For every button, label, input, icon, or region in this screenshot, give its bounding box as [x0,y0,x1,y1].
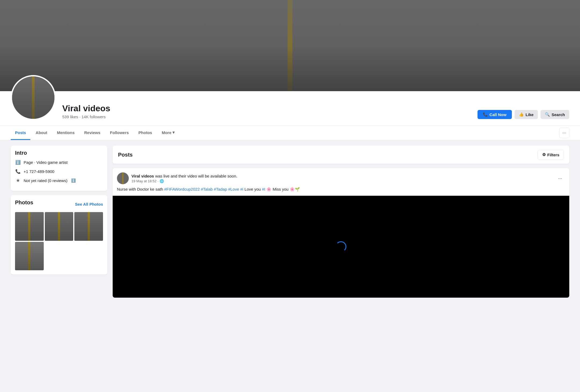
post-author-line: Viral videos was live and their video wi… [131,174,555,179]
hashtag-2: #Talab [201,187,213,191]
cover-photo [0,0,580,91]
post-meta: Viral videos was live and their video wi… [131,174,555,183]
intro-phone-item: 📞 +1 727-489-5900 [15,168,103,174]
profile-info-row: Viral videos 539 likes · 14K followers 📞… [0,91,580,125]
page-stats: 539 likes · 14K followers [62,114,478,119]
hashtag-1: #FIFAWordcup2022 [164,187,200,191]
posts-header-card: Posts ⚙ Filters [113,146,569,164]
photos-title: Photos [15,199,33,206]
page-name-block: Viral videos 539 likes · 14K followers [62,103,478,120]
tab-more[interactable]: More ▾ [157,126,179,140]
action-buttons: 📞 Call Now 👍 Like 🔍 Search [478,110,569,120]
separator-dot: · [157,179,159,183]
intro-card: Intro ℹ️ Page · Video game artist 📞 +1 7… [11,146,107,191]
photos-grid [15,212,103,270]
call-now-button[interactable]: 📞 Call Now [478,110,512,119]
page-name: Viral videos [62,103,478,113]
post-author-name: Viral videos [131,174,154,178]
post-options-button[interactable]: ··· [555,173,565,183]
nav-bar: Posts About Mentions Reviews Followers P… [0,125,580,140]
right-column: Posts ⚙ Filters Viral videos was live an… [113,146,569,298]
tab-reviews[interactable]: Reviews [80,126,105,140]
page-likes: 539 likes [62,114,78,119]
post-status: was live and their video will be availab… [155,174,237,178]
tab-photos[interactable]: Photos [134,126,156,140]
chevron-down-icon: ▾ [172,130,175,135]
avatar [11,75,56,120]
post-body: Nurse with Doctor ke sath #FIFAWordcup20… [113,186,569,196]
intro-type-item: ℹ️ Page · Video game artist [15,159,103,165]
intro-type: Page · Video game artist [24,160,68,165]
hashtag-5: #i [240,187,243,191]
filters-button[interactable]: ⚙ Filters [538,150,564,160]
photo-thumb-2[interactable] [45,212,74,241]
search-icon: 🔍 [545,112,550,117]
info-icon: ℹ️ [15,159,21,165]
filters-icon: ⚙ [542,152,546,157]
tab-about[interactable]: About [31,126,52,140]
star-icon: ★ [15,177,21,183]
tab-posts[interactable]: Posts [11,126,30,140]
photos-header: Photos See All Photos [15,199,103,209]
video-loading-spinner [336,241,346,252]
hashtag-4: #Love [228,187,239,191]
post-header: Viral videos was live and their video wi… [113,168,569,186]
phone-icon: 📞 [483,112,488,117]
nav-options-button[interactable]: ··· [559,128,569,138]
left-column: Intro ℹ️ Page · Video game artist 📞 +1 7… [11,146,107,298]
photo-thumb-3[interactable] [74,212,103,241]
main-content: Intro ℹ️ Page · Video game artist 📞 +1 7… [0,140,580,303]
like-button[interactable]: 👍 Like [515,110,538,119]
photos-card: Photos See All Photos [11,195,107,275]
page-followers: 14K followers [82,114,106,119]
intro-title: Intro [15,150,103,156]
tab-followers[interactable]: Followers [106,126,133,140]
photo-thumb-4[interactable] [15,242,44,271]
post-timestamp: 19 May at 18:52 · 🌐 [131,179,555,183]
post-card: Viral videos was live and their video wi… [113,168,569,298]
phone-icon: 📞 [15,168,21,174]
tab-mentions[interactable]: Mentions [53,126,79,140]
nav-tabs: Posts About Mentions Reviews Followers P… [11,126,179,140]
avatar-wrapper [11,75,56,120]
globe-icon: 🌐 [160,179,164,183]
intro-rating-item: ★ Not yet rated (0 reviews) ℹ️ [15,177,103,183]
intro-rating: Not yet rated (0 reviews) [24,178,67,183]
post-author-avatar [117,172,129,184]
thumbs-up-icon: 👍 [519,112,524,117]
stats-separator: · [79,114,80,119]
hashtag-3: #Tadap [214,187,227,191]
post-text: Nurse with Doctor ke sath #FIFAWordcup20… [117,186,565,193]
rating-info-icon: ℹ️ [71,178,76,183]
profile-section: Viral videos 539 likes · 14K followers 📞… [0,91,580,140]
see-all-photos-link[interactable]: See All Photos [75,202,103,206]
hashtag-6: #I [262,187,265,191]
photo-thumb-1[interactable] [15,212,44,241]
search-button[interactable]: 🔍 Search [541,110,569,119]
intro-phone: +1 727-489-5900 [24,169,54,174]
posts-section-title: Posts [118,152,133,158]
post-video-player[interactable] [113,196,569,298]
